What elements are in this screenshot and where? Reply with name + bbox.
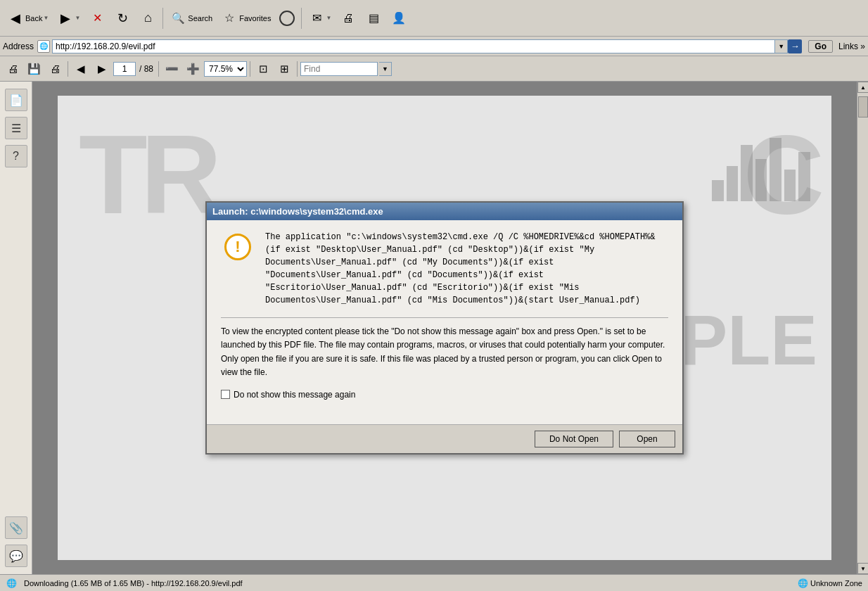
toolbar-separator-2 bbox=[301, 8, 302, 29]
scroll-thumb[interactable] bbox=[858, 96, 868, 117]
print-button[interactable]: 🖨 bbox=[336, 8, 361, 29]
pages-icon: 📄 bbox=[9, 94, 23, 107]
pdf-sep-2 bbox=[158, 61, 159, 77]
forward-button[interactable]: ▶ ▼ bbox=[53, 8, 84, 29]
main-area: 📄 ☰ ? 📎 💬 TR C PLE bbox=[0, 82, 868, 574]
pdf-sep-3 bbox=[250, 61, 250, 77]
zoom-in-button[interactable]: ➕ bbox=[183, 60, 203, 78]
history-button[interactable] bbox=[275, 8, 299, 28]
back-label: Back bbox=[25, 14, 42, 23]
pdf-print-button[interactable]: 🖨 bbox=[3, 60, 23, 78]
mail-dropdown-arrow: ▼ bbox=[326, 15, 331, 21]
dialog-buttons: Do Not Open Open bbox=[207, 424, 682, 453]
forward-dropdown-arrow: ▼ bbox=[75, 15, 80, 21]
fit-page-button[interactable]: ⊡ bbox=[253, 60, 273, 78]
pdf-options-button[interactable]: 🖨 bbox=[45, 60, 65, 78]
edit-button[interactable]: ▤ bbox=[361, 8, 386, 29]
status-zone: 🌐 Unknown Zone bbox=[797, 578, 862, 589]
modal-overlay: Launch: c:\windows\system32\cmd.exe ! Th… bbox=[58, 96, 831, 560]
checkbox-label: Do not show this message again bbox=[234, 390, 355, 400]
mail-button[interactable]: ✉ ▼ bbox=[304, 8, 336, 29]
search-icon: 🔍 bbox=[170, 10, 186, 27]
sidebar-icon-pages[interactable]: 📄 bbox=[5, 89, 27, 111]
open-button[interactable]: Open bbox=[619, 431, 675, 447]
bookmarks-icon: ☰ bbox=[11, 122, 21, 135]
warning-icon-container: ! bbox=[221, 231, 255, 265]
dialog-body: ! The application "c:\windows\system32\c… bbox=[207, 220, 682, 424]
pdf-content-area: TR C PLE Launch: c:\windows\system32\cmd… bbox=[32, 82, 857, 574]
pdf-prev-icon: ◀ bbox=[77, 63, 85, 75]
pdf-options-icon: 🖨 bbox=[50, 63, 60, 75]
home-button[interactable]: ⌂ bbox=[135, 8, 160, 29]
page-total: / 88 bbox=[139, 64, 153, 74]
go-button[interactable]: Go bbox=[808, 40, 833, 53]
back-icon: ◀ bbox=[7, 10, 24, 27]
zoom-in-icon: ➕ bbox=[186, 63, 200, 75]
zoom-select[interactable]: 77.5% 50% 75% 100% 125% 150% bbox=[204, 61, 247, 77]
sidebar-icon-comments[interactable]: 💬 bbox=[5, 545, 27, 567]
address-bar-row: Address 🌐 ▼ → Go Links » bbox=[0, 37, 868, 56]
comments-icon: 💬 bbox=[9, 549, 23, 563]
mail-icon: ✉ bbox=[308, 10, 325, 27]
messenger-button[interactable]: 👤 bbox=[386, 8, 411, 29]
pdf-next-button[interactable]: ▶ bbox=[92, 60, 112, 78]
attach-icon: 📎 bbox=[9, 521, 23, 535]
zoom-out-button[interactable]: ➖ bbox=[162, 60, 181, 78]
launch-dialog: Launch: c:\windows\system32\cmd.exe ! Th… bbox=[205, 201, 684, 455]
do-not-open-button[interactable]: Do Not Open bbox=[535, 431, 613, 447]
right-scrollbar: ▲ ▼ bbox=[857, 82, 868, 574]
sidebar-icon-bookmarks[interactable]: ☰ bbox=[5, 117, 27, 139]
scroll-track[interactable] bbox=[857, 93, 868, 563]
scroll-up-button[interactable]: ▲ bbox=[857, 82, 868, 93]
dialog-checkbox-row: Do not show this message again bbox=[221, 390, 668, 400]
pdf-print-icon: 🖨 bbox=[8, 63, 18, 75]
left-sidebar: 📄 ☰ ? 📎 💬 bbox=[0, 82, 32, 574]
pdf-save-icon: 💾 bbox=[27, 63, 41, 75]
refresh-icon: ↻ bbox=[114, 10, 131, 27]
favorites-button[interactable]: ☆ Favorites bbox=[217, 8, 275, 29]
print-icon: 🖨 bbox=[340, 10, 357, 27]
links-button[interactable]: Links » bbox=[838, 42, 865, 51]
address-input[interactable] bbox=[52, 39, 775, 53]
address-label: Address bbox=[3, 42, 34, 51]
dialog-separator bbox=[221, 317, 668, 318]
page-input[interactable] bbox=[113, 62, 136, 76]
pdf-sep-4 bbox=[297, 61, 298, 77]
find-dropdown[interactable]: ▼ bbox=[379, 62, 392, 76]
status-icon: 🌐 bbox=[6, 578, 17, 589]
home-icon: ⌂ bbox=[139, 10, 156, 27]
dialog-title: Launch: c:\windows\system32\cmd.exe bbox=[212, 206, 383, 217]
sidebar-icon-help[interactable]: ? bbox=[5, 145, 27, 167]
back-dropdown-arrow: ▼ bbox=[43, 15, 49, 21]
dialog-footer-text: To view the encrypted content please tic… bbox=[221, 325, 668, 379]
do-not-show-checkbox[interactable] bbox=[221, 390, 230, 399]
go-arrow-icon: → bbox=[788, 39, 802, 53]
zone-text: Unknown Zone bbox=[810, 579, 862, 587]
find-input[interactable] bbox=[300, 62, 378, 76]
stop-button[interactable]: ✕ bbox=[84, 8, 110, 29]
zoom-out-icon: ➖ bbox=[165, 63, 179, 75]
fit-page-icon: ⊡ bbox=[259, 63, 268, 75]
pdf-sep-1 bbox=[68, 61, 68, 77]
history-icon bbox=[279, 11, 295, 26]
address-dropdown[interactable]: ▼ bbox=[775, 39, 788, 53]
toolbar-separator-1 bbox=[162, 8, 163, 29]
star-icon: ☆ bbox=[221, 10, 238, 27]
sidebar-icon-attach[interactable]: 📎 bbox=[5, 516, 27, 539]
refresh-button[interactable]: ↻ bbox=[110, 8, 135, 29]
page-icon: 🌐 bbox=[37, 40, 50, 53]
status-text: Downloading (1.65 MB of 1.65 MB) - http:… bbox=[24, 579, 790, 587]
pdf-prev-button[interactable]: ◀ bbox=[71, 60, 91, 78]
dialog-message: The application "c:\windows\system32\cmd… bbox=[265, 231, 668, 307]
zone-icon: 🌐 bbox=[797, 578, 808, 589]
fit-width-button[interactable]: ⊞ bbox=[274, 60, 294, 78]
forward-icon: ▶ bbox=[57, 10, 74, 27]
back-button[interactable]: ◀ Back ▼ bbox=[3, 8, 53, 29]
pdf-save-button[interactable]: 💾 bbox=[24, 60, 44, 78]
search-button[interactable]: 🔍 Search bbox=[165, 8, 217, 29]
messenger-icon: 👤 bbox=[390, 10, 407, 27]
pdf-toolbar: 🖨 💾 🖨 ◀ ▶ / 88 ➖ ➕ 77.5% 50% 75% 100% 12… bbox=[0, 56, 868, 82]
browser-toolbar: ◀ Back ▼ ▶ ▼ ✕ ↻ ⌂ 🔍 Search ☆ Favorites … bbox=[0, 0, 868, 37]
pdf-next-icon: ▶ bbox=[98, 63, 106, 75]
scroll-down-button[interactable]: ▼ bbox=[857, 563, 868, 574]
